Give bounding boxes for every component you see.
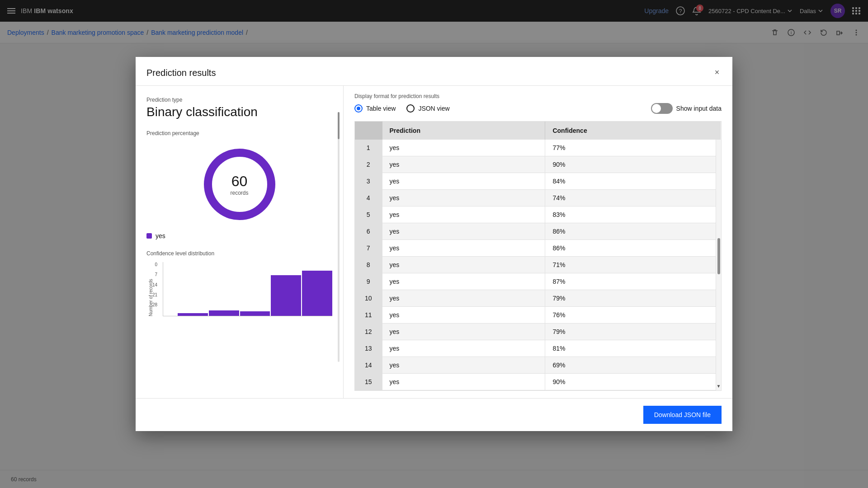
modal-overlay: Prediction results × Prediction type Bin… — [0, 0, 868, 43]
